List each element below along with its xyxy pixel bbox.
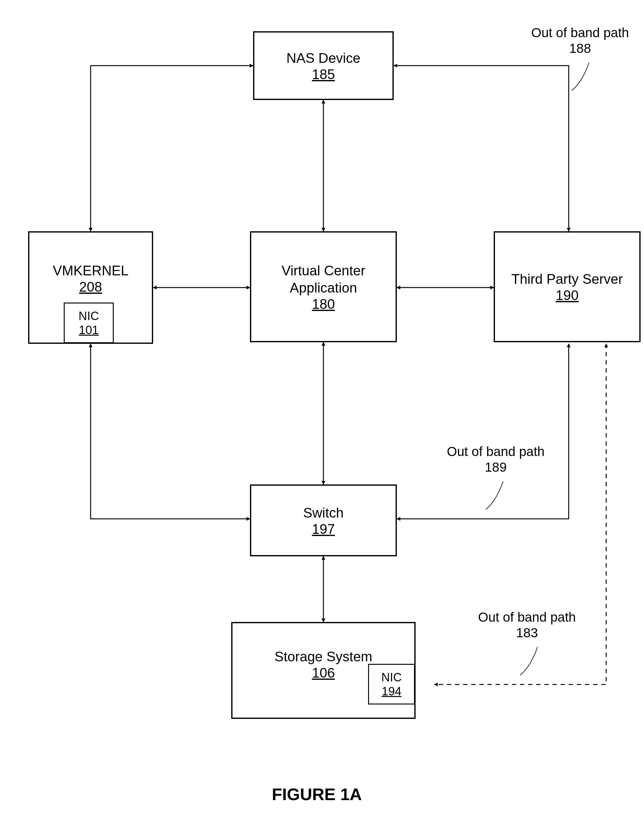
edge-vmk-switch [91, 344, 250, 519]
node-nic-vmkernel: NIC 101 [64, 302, 114, 343]
node-title: NIC [381, 670, 401, 685]
edge-label-ref: 183 [478, 625, 576, 641]
node-ref: 194 [382, 685, 401, 698]
edge-label-text: Out of band path [478, 610, 576, 625]
node-ref: 208 [79, 279, 102, 295]
edge-label-text: Out of band path [531, 25, 629, 41]
leader-188 [572, 62, 589, 91]
node-title: Virtual Center Application [281, 262, 365, 296]
edge-nas-tps [394, 66, 569, 231]
edge-nas-vmk [91, 66, 253, 231]
node-storage-system: Storage System 106 NIC 194 [231, 622, 415, 719]
figure-title: FIGURE 1A [272, 784, 362, 804]
node-title: NIC [78, 309, 99, 324]
node-nic-storage: NIC 194 [368, 664, 415, 704]
node-title: VMKERNEL [53, 262, 128, 279]
edge-label-ref: 189 [447, 459, 545, 475]
node-ref: 185 [312, 67, 335, 82]
diagram-canvas: NAS Device 185 VMKERNEL 208 NIC 101 Virt… [0, 0, 644, 832]
node-title: NAS Device [286, 50, 360, 67]
edge-label-text: Out of band path [447, 444, 545, 459]
node-nas-device: NAS Device 185 [253, 31, 394, 100]
edge-label-oob-188: Out of band path 188 [531, 25, 629, 56]
leader-189 [486, 481, 503, 509]
node-ref: 106 [312, 665, 335, 681]
node-title: Third Party Server [511, 270, 623, 288]
node-ref: 190 [556, 288, 578, 303]
edge-tps-switch [397, 344, 569, 519]
node-third-party-server: Third Party Server 190 [494, 231, 641, 342]
node-switch: Switch 197 [250, 485, 397, 556]
node-ref: 180 [312, 296, 335, 312]
node-virtual-center-application: Virtual Center Application 180 [250, 231, 397, 342]
edge-label-oob-189: Out of band path 189 [447, 444, 545, 475]
node-vmkernel: VMKERNEL 208 NIC 101 [28, 231, 153, 344]
node-title: Storage System [274, 648, 372, 665]
node-ref: 101 [79, 323, 98, 337]
node-title: Switch [303, 504, 344, 521]
edge-label-oob-183: Out of band path 183 [478, 610, 576, 641]
node-ref: 197 [312, 521, 335, 537]
edge-label-ref: 188 [531, 41, 629, 56]
leader-183 [520, 647, 537, 675]
